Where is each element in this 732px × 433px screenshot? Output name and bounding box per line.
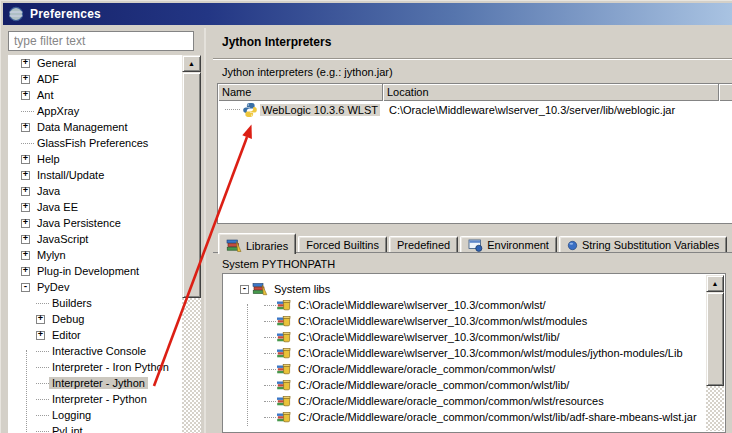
tree-connector <box>36 303 49 304</box>
pythonpath-entry[interactable]: C:/Oracle/Middleware/oracle_common/commo… <box>223 393 705 409</box>
expand-icon[interactable]: + <box>21 75 30 84</box>
system-pythonpath-tree: - System libs C:\Oracle\Middleware\wlser… <box>222 273 726 433</box>
sidebar-item-interactive-console[interactable]: Interactive Console <box>8 343 201 359</box>
system-libs-icon <box>252 281 268 297</box>
expand-icon[interactable]: + <box>21 155 30 164</box>
expand-icon[interactable]: + <box>21 171 30 180</box>
sidebar-item-appxray[interactable]: AppXray <box>8 103 201 119</box>
collapse-icon[interactable]: - <box>240 285 249 294</box>
interpreter-row[interactable]: WebLogic 10.3.6 WLST C:\Oracle\Middlewar… <box>218 101 732 118</box>
window-title: Preferences <box>30 7 101 21</box>
scroll-track[interactable] <box>182 298 201 433</box>
tab-forced-builtins[interactable]: Forced Builtins <box>298 236 387 252</box>
python-icon <box>242 102 258 118</box>
pythonpath-entry[interactable]: C:/Oracle/Middleware/oracle_common/commo… <box>223 409 705 425</box>
pythonpath-entry[interactable]: C:\Oracle\Middleware\wlserver_10.3/commo… <box>223 297 705 313</box>
pythonpath-entry[interactable]: C:\Oracle\Middleware\wlserver_10.3/commo… <box>223 313 705 329</box>
sidebar-item-plugin-development[interactable]: +Plug-in Development <box>8 263 201 279</box>
sidebar-item-interpreter-python[interactable]: Interpreter - Python <box>8 391 201 407</box>
expand-icon[interactable]: + <box>21 267 30 276</box>
tab-libraries[interactable]: Libraries <box>218 233 296 254</box>
sidebar-item-javascript[interactable]: +JavaScript <box>8 231 201 247</box>
interpreter-name-cell[interactable]: WebLogic 10.3.6 WLST <box>218 102 383 118</box>
sidebar-item-mylyn[interactable]: +Mylyn <box>8 247 201 263</box>
sidebar-item-editor[interactable]: +Editor <box>8 327 201 343</box>
tab-string-substitution-variables[interactable]: String Substitution Variables <box>559 236 727 252</box>
preferences-dialog: { "window": { "title": "Preferences" }, … <box>0 0 732 433</box>
system-libs-root[interactable]: - System libs <box>223 281 705 297</box>
sidebar-item-debug[interactable]: +Debug <box>8 311 201 327</box>
column-header-location[interactable]: Location <box>383 84 719 101</box>
tree-connector <box>36 367 49 368</box>
pythonpath-entry[interactable]: C:/Oracle/Middleware/oracle_common/commo… <box>223 361 705 377</box>
sidebar-item-pydev[interactable]: -PyDev <box>8 279 201 295</box>
sidebar-item-logging[interactable]: Logging <box>8 407 201 423</box>
interpreter-name: WebLogic 10.3.6 WLST <box>260 104 380 116</box>
expand-icon[interactable]: + <box>21 59 30 68</box>
window-titlebar[interactable]: Preferences <box>3 3 732 25</box>
expand-icon[interactable]: + <box>21 251 30 260</box>
sidebar-item-glassfish-preferences[interactable]: GlassFish Preferences <box>8 135 201 151</box>
expand-icon[interactable]: + <box>21 235 30 244</box>
pythonpath-entry[interactable]: C:/Oracle/Middleware/oracle_common/commo… <box>223 377 705 393</box>
sidebar-item-interpreter-jython[interactable]: Interpreter - Jython <box>8 375 201 391</box>
expand-icon[interactable]: + <box>21 203 30 212</box>
pythonpath-entry[interactable]: C:\Oracle\Middleware\wlserver_10.3/commo… <box>223 345 705 361</box>
sidebar-item-interpreter-iron-python[interactable]: Interpreter - Iron Python <box>8 359 201 375</box>
expand-icon[interactable]: + <box>21 91 30 100</box>
sidebar-item-install-update[interactable]: +Install/Update <box>8 167 201 183</box>
sidebar-item-data-management[interactable]: +Data Management <box>8 119 201 135</box>
system-libs-label: System libs <box>272 283 332 295</box>
interpreters-table: Name Location WebLogic 10.3.6 WLST C:\Or… <box>217 83 732 224</box>
expand-icon[interactable]: + <box>36 315 45 324</box>
tree-connector <box>264 369 276 370</box>
interpreter-location: C:\Oracle\Middleware\wlserver_10.3/serve… <box>383 104 675 116</box>
sidebar-item-java[interactable]: +Java <box>8 183 201 199</box>
collapse-icon[interactable]: - <box>21 283 30 292</box>
tree-connector <box>264 417 276 418</box>
tree-connector <box>36 415 49 416</box>
expand-icon[interactable]: + <box>21 187 30 196</box>
sidebar-scrollbar[interactable]: ▲ <box>182 55 201 433</box>
sidebar-item-adf[interactable]: +ADF <box>8 71 201 87</box>
expand-icon[interactable]: + <box>21 219 30 228</box>
tree-connector <box>21 111 34 112</box>
libraries-icon <box>226 239 242 253</box>
tab-predefined[interactable]: Predefined <box>389 236 458 252</box>
sidebar-item-java-ee[interactable]: +Java EE <box>8 199 201 215</box>
table-header: Name Location <box>218 84 732 101</box>
sidebar-item-pylint[interactable]: PyLint <box>8 423 201 433</box>
sidebar-item-help[interactable]: +Help <box>8 151 201 167</box>
header-separator <box>213 58 732 60</box>
tab-label: String Substitution Variables <box>582 239 719 251</box>
tab-label: Forced Builtins <box>306 239 379 251</box>
filter-input[interactable] <box>8 31 194 51</box>
scroll-track[interactable] <box>706 386 724 431</box>
scroll-thumb[interactable] <box>182 72 201 298</box>
tree-connector <box>264 401 276 402</box>
scroll-thumb[interactable] <box>706 292 724 386</box>
page-title: Jython Interpreters <box>222 35 331 49</box>
column-header-extra[interactable] <box>719 84 732 101</box>
expand-icon[interactable]: + <box>36 331 45 340</box>
jar-icon <box>276 297 292 313</box>
pythonpath-scrollbar[interactable]: ▲ <box>706 275 724 431</box>
tree-connector <box>264 305 276 306</box>
tab-bar: Libraries Forced Builtins Predefined Env… <box>218 233 729 255</box>
tree-connector <box>21 143 34 144</box>
sidebar-item-builders[interactable]: Builders <box>8 295 201 311</box>
scroll-up-button[interactable]: ▲ <box>182 55 201 72</box>
tab-environment[interactable]: Environment <box>460 236 557 252</box>
tree-connector <box>36 351 49 352</box>
sidebar-item-ant[interactable]: +Ant <box>8 87 201 103</box>
tree-connector <box>264 337 276 338</box>
pythonpath-entry[interactable]: C:\Oracle\Middleware\wlserver_10.3/commo… <box>223 329 705 345</box>
sidebar-item-general[interactable]: +General <box>8 55 201 71</box>
column-header-name[interactable]: Name <box>218 84 383 101</box>
jar-icon <box>276 377 292 393</box>
sidebar-item-java-persistence[interactable]: +Java Persistence <box>8 215 201 231</box>
tree-connector <box>36 383 49 384</box>
scroll-up-button[interactable]: ▲ <box>706 275 724 292</box>
tree-connector <box>36 399 49 400</box>
expand-icon[interactable]: + <box>21 123 30 132</box>
